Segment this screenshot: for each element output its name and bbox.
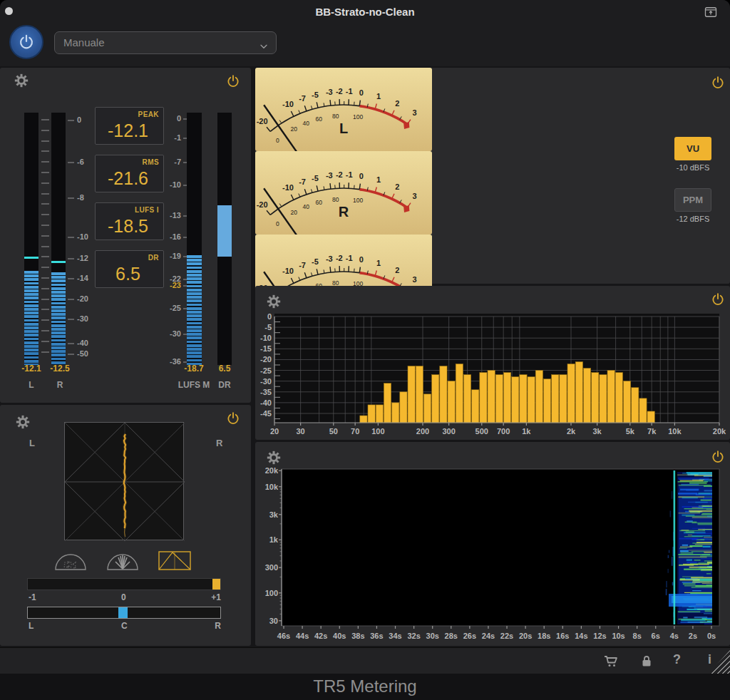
scope-mode-lissajous-button[interactable] xyxy=(158,550,191,572)
svg-text:1: 1 xyxy=(376,175,381,184)
svg-text:-2: -2 xyxy=(336,87,343,96)
footer-bar: ? i xyxy=(0,647,730,674)
ppm-mode-button[interactable]: PPM xyxy=(674,188,711,212)
svg-text:100: 100 xyxy=(265,589,278,597)
scope-left-label: L xyxy=(29,438,35,448)
lock-icon[interactable] xyxy=(638,653,655,670)
svg-text:100: 100 xyxy=(353,113,363,120)
scope-mode-burst-button[interactable] xyxy=(106,550,139,572)
svg-text:2: 2 xyxy=(395,266,399,274)
svg-text:100: 100 xyxy=(371,427,384,436)
svg-text:26s: 26s xyxy=(463,632,476,640)
svg-text:38s: 38s xyxy=(351,632,364,640)
resize-handle-icon[interactable] xyxy=(709,650,730,674)
svg-text:10s: 10s xyxy=(612,632,624,640)
correlation-handle[interactable] xyxy=(212,579,220,590)
settings-gear-icon[interactable] xyxy=(267,451,281,465)
svg-text:-2: -2 xyxy=(336,170,343,179)
svg-text:R: R xyxy=(339,204,349,220)
svg-text:6s: 6s xyxy=(652,632,660,640)
svg-text:3: 3 xyxy=(412,108,416,117)
svg-text:-30: -30 xyxy=(260,377,272,386)
svg-text:50: 50 xyxy=(329,427,338,436)
window-title: BB-Strato-no-Clean xyxy=(0,6,730,18)
svg-text:4s: 4s xyxy=(670,632,679,640)
correlation-meter[interactable] xyxy=(27,578,221,590)
vu-meter-r: -20-10-7-5-3-2-10123020406080100R xyxy=(255,151,432,235)
svg-text:-3: -3 xyxy=(326,88,333,96)
svg-text:20: 20 xyxy=(270,427,279,436)
help-icon[interactable]: ? xyxy=(673,652,681,667)
product-title: TR5 Metering xyxy=(0,676,730,696)
ppm-ref-label: -12 dBFS xyxy=(669,215,717,223)
readout-rms: RMS-21.6 xyxy=(95,155,164,192)
readout-lufs-i: LUFS I-18.5 xyxy=(95,202,164,240)
corr-mid-label: 0 xyxy=(121,592,126,602)
svg-text:1k: 1k xyxy=(269,535,279,544)
open-window-icon[interactable] xyxy=(702,5,719,19)
spectrogram-panel: 20k10k3k1k3001003046s44s42s40s38s36s34s3… xyxy=(255,442,730,646)
cart-icon[interactable] xyxy=(602,653,620,670)
settings-gear-icon[interactable] xyxy=(16,415,30,429)
scope-mode-dome-button[interactable] xyxy=(54,550,87,572)
svg-text:0: 0 xyxy=(276,220,279,227)
svg-text:70: 70 xyxy=(351,427,359,436)
svg-text:-7: -7 xyxy=(299,177,306,186)
vu-meter-l: -20-10-7-5-3-2-10123020406080100L xyxy=(255,68,432,151)
bypass-power-button[interactable] xyxy=(9,25,43,59)
svg-text:300: 300 xyxy=(442,427,455,436)
svg-text:10k: 10k xyxy=(668,427,682,436)
svg-text:40: 40 xyxy=(302,120,309,127)
spectrogram-chart: 20k10k3k1k3001003046s44s42s40s38s36s34s3… xyxy=(255,442,730,646)
svg-text:-5: -5 xyxy=(264,323,272,331)
svg-text:7k: 7k xyxy=(647,427,657,436)
corr-max-label: +1 xyxy=(211,592,221,602)
svg-text:1k: 1k xyxy=(522,427,531,436)
svg-text:3k: 3k xyxy=(593,427,602,436)
spectrum-analyzer-panel: 0-5-10-15-20-25-30-35-40-452030507010020… xyxy=(255,286,730,440)
svg-text:46s: 46s xyxy=(277,632,290,640)
spectrogram-power-icon[interactable] xyxy=(710,449,726,465)
svg-text:10k: 10k xyxy=(265,483,279,491)
svg-text:80: 80 xyxy=(332,113,339,120)
svg-text:1: 1 xyxy=(376,92,381,101)
svg-text:20k: 20k xyxy=(265,466,279,475)
svg-text:30: 30 xyxy=(297,427,305,436)
title-bar: BB-Strato-no-Clean xyxy=(0,0,730,24)
svg-text:36s: 36s xyxy=(370,632,383,640)
corr-min-label: -1 xyxy=(29,592,36,602)
svg-text:8s: 8s xyxy=(633,632,642,640)
svg-text:2s: 2s xyxy=(689,632,697,640)
svg-text:-10: -10 xyxy=(282,267,294,275)
readout-label: RMS xyxy=(143,158,159,166)
svg-text:-1: -1 xyxy=(346,87,353,96)
svg-text:32s: 32s xyxy=(407,632,420,640)
svg-text:-10: -10 xyxy=(282,183,294,192)
svg-text:-7: -7 xyxy=(299,261,306,269)
svg-text:0: 0 xyxy=(359,255,364,264)
svg-text:12s: 12s xyxy=(593,632,606,640)
svg-text:44s: 44s xyxy=(296,632,309,640)
svg-text:40: 40 xyxy=(302,203,309,210)
svg-text:-3: -3 xyxy=(326,171,333,180)
svg-text:-25: -25 xyxy=(260,366,272,375)
preset-dropdown[interactable]: Manuale xyxy=(54,31,277,54)
svg-text:-7: -7 xyxy=(299,94,306,103)
info-icon[interactable]: i xyxy=(708,652,711,667)
svg-text:-5: -5 xyxy=(312,257,319,266)
balance-handle[interactable] xyxy=(118,607,128,618)
spectrum-power-icon[interactable] xyxy=(710,292,726,307)
vu-mode-button[interactable]: VU xyxy=(674,137,711,160)
svg-text:-20: -20 xyxy=(260,355,272,364)
svg-text:-20: -20 xyxy=(257,200,268,209)
svg-text:30: 30 xyxy=(269,617,278,625)
readout-value: -12.1 xyxy=(96,120,160,141)
balance-meter[interactable] xyxy=(27,607,221,619)
balance-left-label: L xyxy=(29,621,34,631)
vu-meters-panel: -20-10-7-5-3-2-10123020406080100L-20-10-… xyxy=(255,68,730,284)
scope-power-icon[interactable] xyxy=(225,411,241,426)
readout-label: PEAK xyxy=(138,110,159,118)
balance-scale: L C R xyxy=(27,621,221,631)
settings-gear-icon[interactable] xyxy=(267,294,281,309)
chevron-down-icon xyxy=(258,38,269,49)
